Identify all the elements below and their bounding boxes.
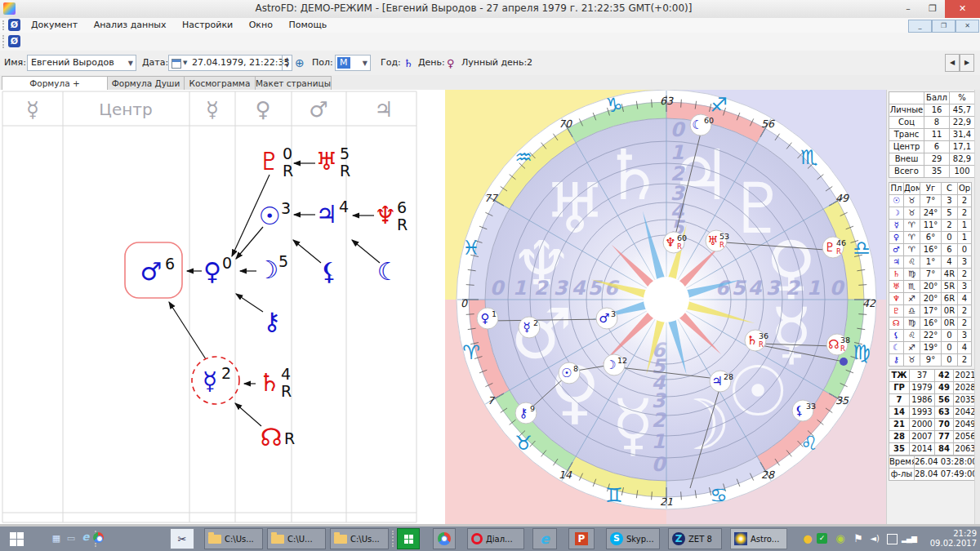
powerpoint-button[interactable]: P [568,528,595,549]
astrofd-icon [734,532,747,545]
child-minimize-button[interactable]: _ [908,20,932,33]
formula-selena[interactable]: ☾ [377,257,399,286]
window-title: AstroFD: ДЕМО-РЕЖИМ - [Евгений Выродов -… [0,2,947,14]
formula-sun[interactable]: ☉ [259,202,281,230]
astrofd-button[interactable]: Astro... [730,528,787,549]
minimize-button[interactable]: – [896,0,920,18]
sidebar-scrollbar[interactable] [974,90,980,524]
explorer-window-3[interactable]: C:\Us... [330,528,389,549]
chevron-down-icon[interactable]: ▼ [363,60,368,67]
explorer-window-1[interactable]: C:\Us... [204,528,263,549]
scores-table: Балл% Личные1645,7 Соц822,9 Транс1131,4 … [889,91,975,178]
ring-number: 2 [786,277,801,300]
formula-venus[interactable]: ♀ [203,257,221,286]
svg-text:⚷: ⚷ [519,406,528,420]
tray-defender-icon[interactable]: ✓ [817,533,827,544]
svg-text:60: 60 [704,116,714,125]
formula-uranus[interactable]: ♅ [316,147,338,176]
tray-network-icon[interactable]: ▂▄▆ [902,531,916,546]
menu-document[interactable]: Документ [24,18,84,30]
aries-glyph: ♈ [462,341,480,364]
name-combobox[interactable]: Евгений Выродов ▼ [27,55,136,71]
formula-pluto[interactable]: ♇ [259,147,281,176]
formula-col-center: Центр [99,100,152,119]
formula-moon[interactable]: ☽ [257,256,279,284]
date-spinner[interactable]: ▲▼ [282,56,292,70]
formula-saturn[interactable]: ♄ [259,368,281,397]
menu-analysis[interactable]: Анализ данных [87,18,173,30]
formula-mercury[interactable]: ☿ [203,367,217,395]
snipping-tool-button[interactable]: ✂ [170,528,194,549]
start-button[interactable] [10,531,24,546]
formula-col-mercury: ☿ [26,97,39,122]
svg-text:63: 63 [660,95,674,107]
taskbar-clock[interactable]: 21:29 09.02.2017 [930,529,977,549]
quicklaunch-ie-icon[interactable]: e [78,530,93,544]
chevron-down-icon[interactable]: ▼ [183,60,187,66]
tray-update-icon[interactable]: ◉ [833,531,848,546]
formula-neptune[interactable]: ♆ [375,201,397,229]
close-button[interactable]: ✕ [945,0,980,18]
formula-node[interactable]: ☊ [261,423,283,451]
windows-store-button[interactable] [397,528,420,549]
formula-mars[interactable]: ♂ [140,257,163,286]
chart-planet-chiron[interactable]: ⚷9 [515,402,537,424]
chart-planet-mars[interactable]: ♂3 [596,308,617,329]
new-document-icon[interactable]: Ø [8,35,20,47]
chevron-down-icon[interactable]: ▼ [128,60,133,67]
svg-text:28: 28 [724,372,733,381]
svg-text:R: R [719,241,724,249]
saturn-num: 4 [281,365,291,383]
menu-window[interactable]: Окно [243,18,279,30]
tab-page-layout[interactable]: Макет страницы [255,76,332,90]
soul-formula-panel: ☿ Центр ☿ ♀ ♂ ♃ [0,90,425,524]
zet8-button[interactable]: ZZET 8 [668,528,722,549]
skype-button[interactable]: SSkyp... [606,528,660,549]
sex-combobox[interactable]: М ▼ [335,55,371,71]
svg-text:36: 36 [759,331,768,340]
next-button[interactable]: ▶ [960,54,974,72]
node-dot [840,358,848,366]
restore-button[interactable]: ❐ [920,0,945,18]
calendar-icon[interactable] [172,59,181,69]
svg-text:☽: ☽ [669,384,731,465]
svg-text:56: 56 [761,118,775,130]
date-field[interactable]: ▼ 27.04.1979, 21:22:35 ▲▼ [168,55,292,71]
chrome-button[interactable] [433,528,456,549]
formula-lilith[interactable]: ⚸ [320,257,338,286]
pluto-num: 0 [283,144,292,162]
quicklaunch-desktop-icon[interactable]: ▭ [64,531,78,546]
explorer-window-2[interactable]: C:\U... [267,528,326,549]
svg-text:♂: ♂ [599,311,609,326]
svg-text:3: 3 [611,309,616,318]
tab-cosmogram[interactable]: Космограмма [184,76,256,90]
globe-icon[interactable]: ⊕ [295,56,305,69]
prev-button[interactable]: ◀ [945,54,960,72]
tab-formula-cosmogram[interactable]: Формула + Космограмма [2,76,108,91]
formula-jupiter[interactable]: ♃ [316,200,338,229]
child-restore-button[interactable]: ❐ [932,20,956,33]
chart-planet-mercury[interactable]: ☿2 [519,317,540,338]
menu-settings[interactable]: Настройки [176,18,239,30]
opera-window-button[interactable]: Діал... [467,528,524,549]
tray-device-icon[interactable] [887,534,898,544]
formula-col-jupiter: ♃ [374,97,393,122]
chart-planet-venus[interactable]: ♀1 [477,308,498,329]
quicklaunch-doc-icon[interactable]: ▦ [49,531,64,546]
node-retro: R [284,429,295,447]
clock-date: 09.02.2017 [930,539,977,549]
menu-help[interactable]: Помощь [282,18,333,30]
quicklaunch-chrome-icon[interactable] [93,532,104,544]
ring-number: 3 [554,277,569,300]
ie-button[interactable]: e [532,528,557,549]
svg-text:14: 14 [559,469,572,481]
tray-volume-icon[interactable]: ◄) [867,531,882,546]
times-table: Время26.04 03:28:00 ф-лы28.04 07:49:00 [889,455,976,481]
chart-planet-sun[interactable]: ☉8 [559,362,580,384]
tray-app-icon[interactable]: ● [800,531,815,546]
child-close-button[interactable]: ✕ [956,20,979,33]
gemini-glyph: ♊ [605,484,623,507]
formula-chiron[interactable]: ⚷ [263,307,281,335]
tab-soul-formula[interactable]: Формула Души [107,76,185,90]
tray-flag-icon[interactable]: ⚑ [851,531,866,546]
